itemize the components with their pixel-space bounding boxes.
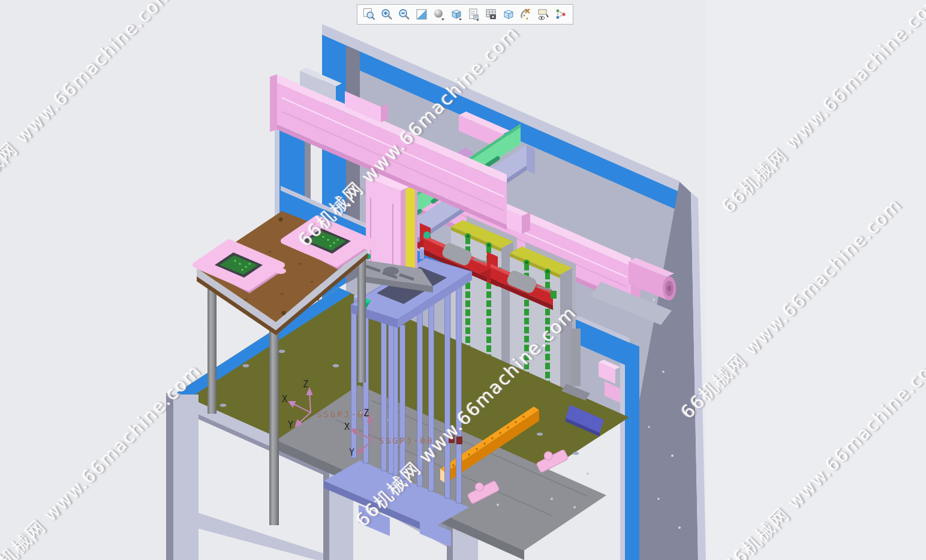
measure-icon [519,8,533,21]
zoom-out-icon [398,8,411,21]
view-toolbar [357,4,573,25]
zoom-out-button[interactable] [396,7,412,22]
hide-component-icon [537,8,550,21]
hide-component-button[interactable] [536,7,551,22]
zoom-window-icon [363,8,376,21]
view-cube-icon [450,8,463,21]
zoom-window-button[interactable] [362,7,377,22]
zoom-fit-button[interactable] [414,7,429,22]
drawing-sheet-button[interactable] [466,7,482,22]
zoom-in-icon [380,8,393,21]
viewport-3d[interactable]: X Z Y SSGPJ-00 X Z Y SSGPJ-00_0 66机械网 ww… [0,0,926,560]
view-cube-button[interactable] [449,7,464,22]
relations-icon [554,8,567,21]
render-shaded-icon [432,8,446,21]
zoom-fit-icon [415,8,428,21]
wireframe-cube-icon [502,8,515,21]
relations-button[interactable] [553,7,569,22]
measure-button[interactable] [518,7,534,22]
render-shaded-button[interactable] [431,7,447,22]
snapshot-button[interactable] [483,7,499,22]
snapshot-icon [485,8,498,21]
zoom-in-button[interactable] [379,7,395,22]
drawing-sheet-icon [467,8,480,21]
wireframe-cube-button[interactable] [501,7,516,22]
background-right [706,0,926,560]
